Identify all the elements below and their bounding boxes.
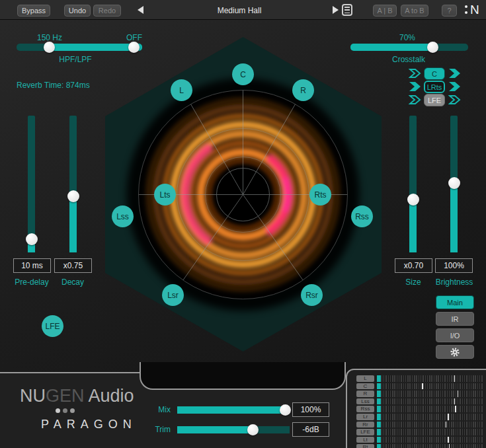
route-out-c-icon[interactable] bbox=[448, 68, 462, 79]
hpf-value-label: 150 Hz bbox=[33, 33, 66, 42]
preset-name[interactable]: Medium Hall bbox=[216, 6, 263, 15]
mix-label: Mix bbox=[151, 405, 171, 414]
lpf-slider-handle[interactable] bbox=[128, 42, 140, 53]
route-button-lfe[interactable]: LFE bbox=[424, 94, 445, 106]
meter-bar bbox=[377, 383, 484, 390]
brightness-label: Brightness bbox=[430, 278, 478, 287]
pre-delay-value[interactable]: 10 ms bbox=[13, 258, 51, 273]
hpf-lpf-slider[interactable] bbox=[17, 44, 142, 51]
nugen-logo-icon: N bbox=[464, 3, 483, 17]
decay-slider[interactable] bbox=[69, 116, 77, 252]
tab-main[interactable]: Main bbox=[436, 295, 474, 309]
output-meter-panel: LCRLssRssLrRrLFELtRt bbox=[346, 369, 486, 448]
meter-channel-label: Lr bbox=[356, 414, 374, 420]
decay-label: Decay bbox=[50, 278, 96, 287]
meter-level bbox=[377, 398, 381, 405]
route-out-lrts-icon[interactable] bbox=[448, 81, 462, 92]
size-slider[interactable] bbox=[409, 116, 417, 252]
meter-level bbox=[377, 437, 381, 443]
settings-button[interactable] bbox=[436, 345, 474, 359]
channel-button-r[interactable]: R bbox=[292, 79, 314, 101]
meter-peak-indicator bbox=[458, 391, 459, 397]
hpf-lpf-label: HPF/LPF bbox=[49, 55, 102, 64]
channel-button-rts[interactable]: Rts bbox=[309, 184, 331, 205]
channel-button-lsr[interactable]: Lsr bbox=[162, 284, 184, 306]
meter-peak-indicator bbox=[446, 422, 447, 428]
tab-ir[interactable]: IR bbox=[436, 312, 474, 326]
meter-row: Lr bbox=[356, 414, 486, 420]
meter-row: R bbox=[356, 391, 486, 397]
meter-row: Lt bbox=[356, 437, 486, 443]
meter-channel-label: Rr bbox=[356, 422, 374, 428]
a-to-b-button[interactable]: A to B bbox=[401, 5, 428, 17]
pre-delay-handle[interactable] bbox=[26, 233, 38, 245]
hpf-slider-handle[interactable] bbox=[44, 42, 55, 53]
crosstalk-value-label: 70% bbox=[390, 33, 425, 42]
preset-list-icon[interactable] bbox=[342, 4, 352, 16]
route-out-lfe-icon[interactable] bbox=[448, 94, 462, 105]
size-value[interactable]: x0.70 bbox=[395, 258, 432, 273]
tab-io[interactable]: I/O bbox=[436, 328, 474, 342]
channel-button-l[interactable]: L bbox=[171, 79, 192, 101]
channel-button-lts[interactable]: Lts bbox=[154, 184, 176, 205]
meter-channel-label: Rt bbox=[356, 444, 374, 448]
lpf-value-label: OFF bbox=[118, 33, 151, 42]
route-in-lfe-icon[interactable] bbox=[409, 94, 422, 105]
meter-peak-indicator bbox=[422, 383, 423, 390]
channel-button-rss[interactable]: Rss bbox=[351, 205, 373, 227]
brightness-handle[interactable] bbox=[448, 177, 460, 189]
trim-slider-handle[interactable] bbox=[247, 424, 259, 435]
next-preset-icon[interactable] bbox=[333, 6, 339, 14]
trim-slider[interactable] bbox=[177, 426, 290, 433]
channel-button-lss[interactable]: Lss bbox=[112, 205, 134, 227]
decay-value[interactable]: x0.75 bbox=[54, 258, 92, 273]
meter-bar bbox=[377, 375, 484, 382]
meter-bar bbox=[377, 437, 484, 443]
crosstalk-slider[interactable] bbox=[350, 44, 468, 51]
meter-bar bbox=[377, 406, 484, 412]
undo-button[interactable]: Undo bbox=[64, 5, 91, 17]
meter-level bbox=[377, 444, 381, 448]
product-name: PARAGON bbox=[41, 418, 137, 431]
redo-button[interactable]: Redo bbox=[93, 5, 121, 17]
mix-slider[interactable] bbox=[177, 406, 290, 414]
route-in-lrts-icon[interactable] bbox=[409, 81, 422, 92]
meter-level bbox=[377, 414, 381, 420]
previous-preset-icon[interactable] bbox=[138, 6, 143, 14]
route-button-lrts[interactable]: LRts bbox=[424, 81, 445, 93]
help-button[interactable]: ? bbox=[442, 5, 457, 17]
ab-compare-button[interactable]: A | B bbox=[373, 5, 397, 17]
meter-row: Rr bbox=[356, 422, 486, 428]
bypass-button[interactable]: Bypass bbox=[17, 5, 50, 17]
meter-channel-label: L bbox=[356, 375, 374, 382]
meter-level bbox=[377, 406, 381, 412]
meter-level bbox=[377, 429, 381, 435]
meter-row: L bbox=[356, 375, 486, 382]
trim-value[interactable]: -6dB bbox=[292, 422, 329, 437]
mix-slider-handle[interactable] bbox=[280, 404, 291, 416]
channel-button-lfe[interactable]: LFE bbox=[42, 315, 63, 337]
meter-bar bbox=[377, 422, 484, 428]
meter-peak-indicator bbox=[448, 414, 449, 420]
meter-bar bbox=[377, 414, 484, 420]
meter-bar bbox=[377, 444, 484, 448]
meter-channel-label: Lt bbox=[356, 437, 374, 443]
decay-handle[interactable] bbox=[67, 190, 79, 202]
pre-delay-slider[interactable] bbox=[28, 116, 35, 252]
meter-peak-indicator bbox=[454, 375, 456, 382]
meter-channel-label: Lss bbox=[356, 398, 374, 405]
channel-button-rsr[interactable]: Rsr bbox=[301, 284, 323, 306]
mix-value[interactable]: 100% bbox=[292, 402, 329, 417]
channel-button-c[interactable]: C bbox=[232, 63, 254, 85]
size-handle[interactable] bbox=[407, 194, 419, 205]
route-button-c[interactable]: C bbox=[424, 67, 445, 80]
logo-dots-icon bbox=[56, 408, 75, 413]
brightness-value[interactable]: 100% bbox=[435, 258, 473, 273]
crosstalk-slider-handle[interactable] bbox=[427, 42, 438, 53]
route-in-c-icon[interactable] bbox=[409, 68, 422, 79]
meter-channel-label: Rss bbox=[356, 406, 374, 412]
brightness-slider[interactable] bbox=[450, 116, 458, 252]
meter-bar bbox=[377, 429, 484, 435]
meter-bar bbox=[377, 398, 484, 405]
meter-row: Rt bbox=[356, 444, 486, 448]
